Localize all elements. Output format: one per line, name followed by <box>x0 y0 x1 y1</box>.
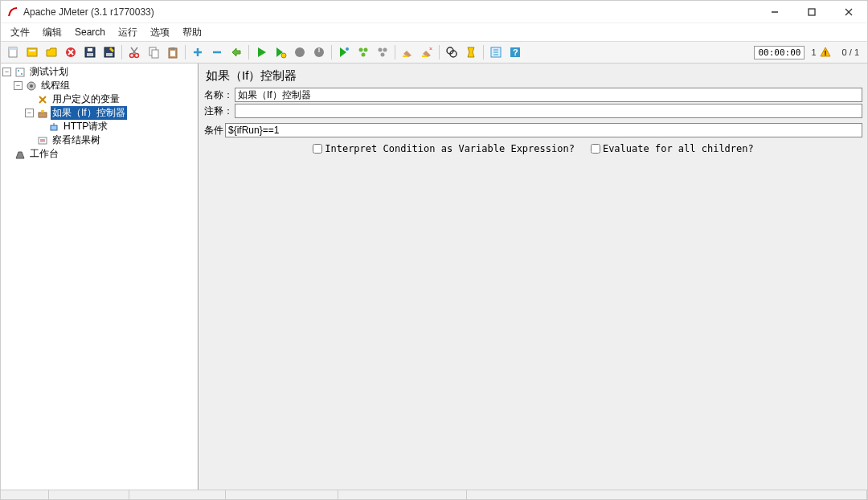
svg-text:?: ? <box>513 47 518 57</box>
svg-rect-60 <box>51 125 57 130</box>
warning-indicator[interactable]: 1 ! <box>811 47 830 58</box>
copy-icon[interactable] <box>145 43 162 61</box>
svg-point-35 <box>362 53 366 57</box>
tree-viewresults[interactable]: 察看结果树 <box>25 133 198 147</box>
clear-icon[interactable] <box>399 43 416 61</box>
config-icon <box>36 93 49 106</box>
menu-options[interactable]: 选项 <box>145 24 174 41</box>
tree-ifcontroller[interactable]: − 如果（If）控制器 <box>25 106 198 120</box>
expand-icon[interactable] <box>189 43 207 61</box>
threadgroup-icon <box>25 80 38 92</box>
close-icon[interactable] <box>62 43 80 61</box>
elapsed-time: 00:00:00 <box>754 46 805 59</box>
tree-workbench[interactable]: 工作台 <box>2 147 198 161</box>
paste-icon[interactable] <box>164 43 182 61</box>
workbench-icon <box>14 148 27 161</box>
svg-point-29 <box>295 47 305 57</box>
cut-icon[interactable] <box>125 43 143 61</box>
save-icon[interactable] <box>81 43 99 61</box>
search-icon[interactable] <box>443 43 461 61</box>
svg-point-38 <box>381 53 385 57</box>
collapse-icon[interactable] <box>208 43 226 61</box>
menu-help[interactable]: 帮助 <box>178 24 207 41</box>
name-input[interactable] <box>235 88 862 102</box>
svg-rect-5 <box>9 47 17 50</box>
comment-input[interactable] <box>235 104 862 118</box>
save-as-icon[interactable] <box>100 43 118 61</box>
svg-point-53 <box>21 73 23 75</box>
svg-rect-31 <box>318 48 320 52</box>
testplan-icon <box>14 66 27 79</box>
svg-point-37 <box>383 48 387 52</box>
svg-rect-6 <box>27 48 37 56</box>
toggle-icon[interactable]: − <box>2 68 11 76</box>
svg-rect-12 <box>87 53 93 56</box>
toggle-icon[interactable]: − <box>25 109 34 117</box>
svg-rect-23 <box>170 47 175 50</box>
reset-search-icon[interactable] <box>462 43 480 61</box>
tree-uservars[interactable]: 用户定义的变量 <box>25 92 198 106</box>
toolbar: × ? 00:00:00 1 ! 0 / 1 <box>1 41 867 64</box>
svg-rect-39 <box>403 55 407 57</box>
statusbar <box>1 490 867 499</box>
evaluate-checkbox-input[interactable] <box>591 144 600 154</box>
minimize-button[interactable] <box>763 4 787 20</box>
svg-point-55 <box>30 84 33 88</box>
clear-all-icon[interactable]: × <box>418 43 436 61</box>
remote-start-all-icon[interactable] <box>354 43 372 61</box>
svg-text:×: × <box>429 46 432 51</box>
svg-rect-21 <box>152 50 158 58</box>
svg-point-32 <box>346 47 349 51</box>
condition-label: 条件 <box>204 124 223 137</box>
svg-point-34 <box>364 48 368 52</box>
tree-threadgroup[interactable]: − 线程组 <box>14 79 198 92</box>
menu-file[interactable]: 文件 <box>6 24 35 41</box>
interpret-checkbox-input[interactable] <box>313 144 322 154</box>
evaluate-checkbox[interactable]: Evaluate for all children? <box>591 143 754 154</box>
name-label: 名称： <box>204 88 233 102</box>
tree-testplan[interactable]: − 测试计划 <box>2 65 198 79</box>
svg-rect-1 <box>809 9 815 15</box>
toggle-icon[interactable] <box>227 43 245 61</box>
function-helper-icon[interactable] <box>487 43 505 61</box>
svg-rect-58 <box>39 113 47 117</box>
new-icon[interactable] <box>4 43 22 61</box>
menu-run[interactable]: 运行 <box>113 24 142 41</box>
panel-heading: 如果（If）控制器 <box>199 64 867 87</box>
window-title: Apache JMeter (3.1 r1770033) <box>23 6 763 18</box>
sampler-icon <box>47 121 60 133</box>
close-button[interactable] <box>837 4 861 20</box>
open-icon[interactable] <box>43 43 60 61</box>
svg-rect-7 <box>29 50 35 51</box>
listener-icon <box>36 134 49 147</box>
titlebar: Apache JMeter (3.1 r1770033) <box>1 1 867 23</box>
maximize-button[interactable] <box>800 4 824 20</box>
svg-rect-40 <box>422 55 427 57</box>
svg-rect-59 <box>41 110 44 113</box>
shutdown-icon[interactable] <box>310 43 328 61</box>
svg-rect-13 <box>88 48 92 51</box>
menu-edit[interactable]: 编辑 <box>38 24 67 41</box>
menubar: 文件 编辑 Search 运行 选项 帮助 <box>1 23 867 41</box>
svg-rect-62 <box>39 137 47 144</box>
svg-text:!: ! <box>824 49 826 57</box>
thread-count: 0 / 1 <box>842 47 859 57</box>
condition-input[interactable] <box>225 123 862 137</box>
svg-point-36 <box>379 48 383 52</box>
comment-label: 注释： <box>204 105 233 118</box>
warning-icon: ! <box>820 47 831 58</box>
tree-httprequest[interactable]: HTTP请求 <box>36 120 198 133</box>
templates-icon[interactable] <box>23 43 41 61</box>
help-icon[interactable]: ? <box>506 43 524 61</box>
remote-start-icon[interactable] <box>335 43 353 61</box>
start-icon[interactable] <box>252 43 270 61</box>
toggle-icon[interactable]: − <box>14 81 23 90</box>
menu-search[interactable]: Search <box>70 25 110 39</box>
interpret-checkbox[interactable]: Interpret Condition as Variable Expressi… <box>313 143 575 154</box>
remote-stop-icon[interactable] <box>374 43 391 61</box>
main-panel: 如果（If）控制器 名称： 注释： 条件 Interpret Condition… <box>199 64 867 490</box>
start-notimer-icon[interactable] <box>272 43 289 61</box>
svg-point-33 <box>359 48 363 52</box>
svg-point-28 <box>281 53 286 58</box>
stop-icon[interactable] <box>291 43 309 61</box>
